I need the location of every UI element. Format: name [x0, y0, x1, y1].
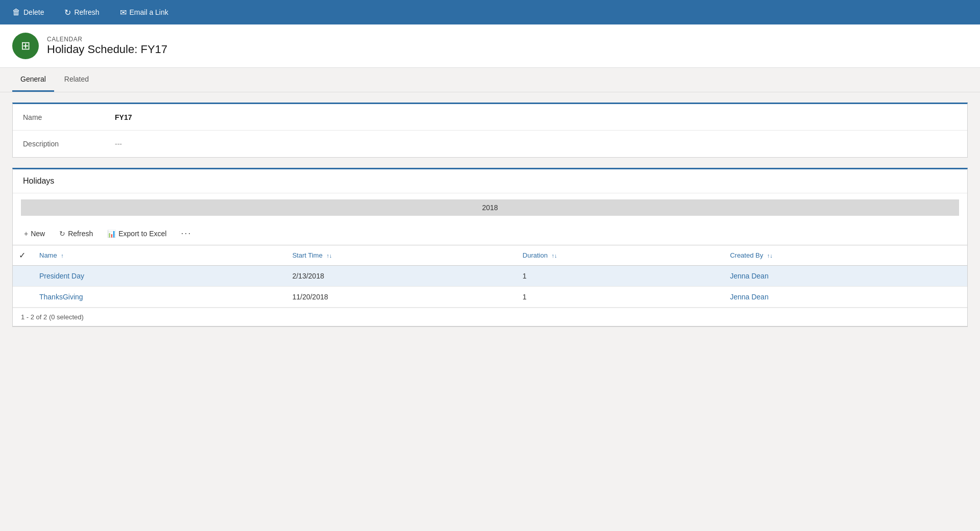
- row1-start-time: 2/13/2018: [286, 266, 517, 287]
- row2-start-time: 11/20/2018: [286, 287, 517, 308]
- delete-button[interactable]: 🗑 Delete: [8, 6, 48, 19]
- duration-sort-icon: ↑↓: [552, 252, 557, 259]
- row2-name[interactable]: ThanksGiving: [33, 287, 286, 308]
- record-icon: ⊞: [12, 33, 39, 59]
- top-toolbar: 🗑 Delete ↻ Refresh ✉ Email a Link: [0, 0, 980, 24]
- bottom-divider: [13, 326, 967, 326]
- holidays-refresh-button[interactable]: ↻ Refresh: [56, 227, 96, 240]
- holidays-card: Holidays 2018 + New ↻ Refresh 📊 Export t…: [12, 168, 968, 327]
- email-link-button[interactable]: ✉ Email a Link: [116, 6, 173, 19]
- main-content: Name FY17 Description --- Holidays 2018 …: [0, 92, 980, 337]
- form-card: Name FY17 Description ---: [12, 103, 968, 158]
- name-row: Name FY17: [13, 104, 967, 131]
- plus-icon: +: [24, 230, 28, 238]
- tab-general[interactable]: General: [12, 68, 54, 92]
- tabs-bar: General Related: [0, 68, 980, 92]
- excel-icon: 📊: [107, 230, 116, 238]
- select-all-header[interactable]: ✓: [13, 245, 33, 266]
- start-time-sort-icon: ↑↓: [327, 252, 332, 259]
- description-value: ---: [115, 140, 122, 148]
- created-by-sort-icon: ↑↓: [767, 252, 773, 259]
- name-sort-icon: ↑: [61, 252, 64, 259]
- description-row: Description ---: [13, 131, 967, 157]
- row1-name[interactable]: President Day: [33, 266, 286, 287]
- record-header: ⊞ CALENDAR Holiday Schedule: FY17: [0, 24, 980, 68]
- description-label: Description: [23, 140, 115, 148]
- tab-related[interactable]: Related: [56, 68, 97, 92]
- col-name[interactable]: Name ↑: [33, 245, 286, 266]
- col-start-time[interactable]: Start Time ↑↓: [286, 245, 517, 266]
- row2-created-by[interactable]: Jenna Dean: [724, 287, 967, 308]
- email-icon: ✉: [120, 8, 127, 17]
- refresh-button[interactable]: ↻ Refresh: [60, 6, 103, 19]
- col-duration[interactable]: Duration ↑↓: [517, 245, 724, 266]
- year-banner: 2018: [21, 199, 959, 216]
- header-text: CALENDAR Holiday Schedule: FY17: [47, 36, 167, 56]
- holidays-subtoolbar: + New ↻ Refresh 📊 Export to Excel ···: [13, 222, 967, 245]
- export-excel-button[interactable]: 📊 Export to Excel: [104, 227, 169, 240]
- more-options-button[interactable]: ···: [178, 226, 194, 241]
- row2-duration: 1: [517, 287, 724, 308]
- row1-check[interactable]: [13, 266, 33, 287]
- row1-created-by[interactable]: Jenna Dean: [724, 266, 967, 287]
- new-button[interactable]: + New: [21, 227, 48, 240]
- table-row: President Day 2/13/2018 1 Jenna Dean: [13, 266, 967, 287]
- table-header-row: ✓ Name ↑ Start Time ↑↓ Duration ↑↓: [13, 245, 967, 266]
- refresh-icon: ↻: [64, 8, 71, 17]
- name-value: FY17: [115, 113, 132, 121]
- record-type: CALENDAR: [47, 36, 167, 43]
- name-label: Name: [23, 113, 115, 121]
- holidays-refresh-icon: ↻: [59, 230, 65, 238]
- holidays-title: Holidays: [13, 169, 967, 193]
- pagination: 1 - 2 of 2 (0 selected): [13, 308, 967, 326]
- table-row: ThanksGiving 11/20/2018 1 Jenna Dean: [13, 287, 967, 308]
- holidays-table: ✓ Name ↑ Start Time ↑↓ Duration ↑↓: [13, 245, 967, 308]
- record-title: Holiday Schedule: FY17: [47, 43, 167, 56]
- row2-check[interactable]: [13, 287, 33, 308]
- row1-duration: 1: [517, 266, 724, 287]
- delete-icon: 🗑: [12, 8, 20, 17]
- col-created-by[interactable]: Created By ↑↓: [724, 245, 967, 266]
